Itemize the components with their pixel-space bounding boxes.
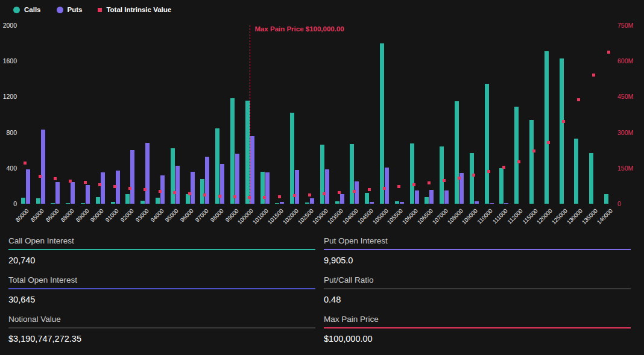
calls-bar-90000[interactable] [96, 197, 100, 204]
tiv-marker-104500[interactable] [368, 188, 371, 191]
strike-group-104000[interactable] [347, 25, 362, 204]
strike-group-80000[interactable] [18, 25, 33, 204]
puts-bar-107000[interactable] [444, 190, 449, 204]
calls-bar-88000[interactable] [66, 203, 70, 204]
calls-bar-91000[interactable] [111, 202, 115, 204]
strike-group-115000[interactable] [526, 25, 541, 204]
calls-bar-100000[interactable] [245, 101, 250, 204]
puts-bar-92000[interactable] [130, 150, 134, 204]
puts-bar-85000[interactable] [41, 130, 45, 204]
strike-group-106500[interactable] [422, 25, 437, 204]
tiv-marker-110000[interactable] [487, 170, 490, 173]
strike-group-106000[interactable] [407, 25, 422, 204]
calls-bar-94000[interactable] [156, 198, 160, 204]
tiv-marker-120000[interactable] [547, 141, 550, 144]
calls-bar-101000[interactable] [260, 172, 265, 204]
puts-bar-102000[interactable] [295, 170, 299, 204]
calls-bar-106500[interactable] [425, 197, 429, 204]
strike-group-97000[interactable] [198, 25, 213, 204]
tiv-marker-104000[interactable] [353, 190, 356, 193]
strike-group-105000[interactable] [377, 25, 392, 204]
calls-bar-96000[interactable] [186, 194, 190, 204]
calls-bar-105500[interactable] [395, 201, 399, 204]
strike-group-112000[interactable] [511, 25, 526, 204]
puts-bar-106000[interactable] [415, 190, 419, 204]
puts-bar-104500[interactable] [370, 202, 374, 204]
calls-bar-107000[interactable] [440, 146, 444, 204]
tiv-marker-105000[interactable] [383, 187, 386, 190]
calls-bar-106000[interactable] [410, 143, 414, 204]
calls-bar-120000[interactable] [545, 51, 549, 204]
puts-bar-103000[interactable] [325, 169, 329, 204]
puts-bar-105500[interactable] [400, 202, 404, 204]
puts-bar-80000[interactable] [26, 169, 30, 204]
strike-group-109000[interactable] [467, 25, 482, 204]
tiv-marker-135000[interactable] [592, 74, 595, 77]
legend-item-calls[interactable]: Calls [13, 6, 41, 13]
tiv-marker-99000[interactable] [233, 195, 236, 198]
tiv-marker-100000[interactable] [248, 196, 251, 199]
strike-group-104500[interactable] [362, 25, 377, 204]
calls-bar-130000[interactable] [574, 139, 578, 204]
calls-bar-103500[interactable] [335, 201, 339, 204]
tiv-marker-101000[interactable] [263, 196, 266, 199]
strike-group-88000[interactable] [63, 25, 78, 204]
strike-group-89000[interactable] [78, 25, 93, 204]
tiv-marker-102500[interactable] [308, 193, 311, 196]
tiv-marker-88000[interactable] [69, 180, 72, 183]
puts-bar-97000[interactable] [205, 157, 209, 204]
calls-bar-99000[interactable] [230, 98, 235, 204]
calls-bar-86000[interactable] [51, 203, 55, 204]
strike-group-94000[interactable] [153, 25, 168, 204]
puts-bar-89000[interactable] [86, 185, 90, 204]
puts-bar-96000[interactable] [191, 172, 195, 204]
tiv-marker-112000[interactable] [517, 160, 520, 163]
tiv-marker-98000[interactable] [218, 195, 221, 198]
strike-group-111000[interactable] [497, 25, 512, 204]
calls-bar-102000[interactable] [290, 113, 294, 204]
puts-bar-100000[interactable] [250, 136, 254, 204]
calls-bar-108000[interactable] [455, 101, 459, 204]
strike-group-103500[interactable] [332, 25, 347, 204]
strike-group-107000[interactable] [437, 25, 452, 204]
puts-bar-88000[interactable] [71, 182, 75, 204]
tiv-marker-101500[interactable] [278, 195, 281, 198]
legend-item-puts[interactable]: Puts [57, 6, 83, 13]
legend-item-total-intrinsic-value[interactable]: Total Intrinsic Value [98, 6, 171, 13]
tiv-marker-102000[interactable] [293, 194, 296, 197]
strike-group-95000[interactable] [168, 25, 183, 204]
tiv-marker-92000[interactable] [128, 187, 131, 190]
tiv-marker-106000[interactable] [412, 183, 415, 186]
tiv-marker-130000[interactable] [577, 98, 580, 101]
strike-group-99000[interactable] [227, 25, 242, 204]
strike-group-101000[interactable] [257, 25, 273, 204]
puts-bar-101000[interactable] [265, 172, 270, 204]
strike-group-102500[interactable] [302, 25, 317, 204]
puts-bar-101500[interactable] [280, 202, 284, 204]
strike-group-92000[interactable] [123, 25, 138, 204]
tiv-marker-103000[interactable] [323, 192, 326, 195]
calls-bar-104000[interactable] [350, 144, 354, 204]
calls-bar-95000[interactable] [171, 148, 175, 204]
tiv-marker-140000[interactable] [607, 51, 610, 54]
strike-group-101500[interactable] [273, 25, 288, 204]
calls-bar-111000[interactable] [499, 168, 504, 204]
calls-bar-112000[interactable] [514, 107, 519, 204]
calls-bar-125000[interactable] [560, 58, 564, 204]
strike-group-90000[interactable] [93, 25, 108, 204]
calls-bar-101500[interactable] [275, 203, 279, 204]
puts-bar-90000[interactable] [101, 172, 105, 204]
strike-group-98000[interactable] [212, 25, 227, 204]
calls-bar-80000[interactable] [21, 198, 25, 204]
tiv-marker-125000[interactable] [562, 120, 565, 123]
strike-group-102000[interactable] [287, 25, 302, 204]
tiv-marker-85000[interactable] [39, 175, 42, 178]
puts-bar-95000[interactable] [175, 166, 180, 204]
puts-bar-105000[interactable] [385, 168, 389, 204]
tiv-marker-94000[interactable] [159, 190, 162, 193]
tiv-marker-90000[interactable] [98, 183, 101, 186]
calls-bar-105000[interactable] [380, 43, 384, 204]
calls-bar-140000[interactable] [604, 194, 608, 204]
puts-bar-106500[interactable] [429, 190, 434, 204]
tiv-marker-97000[interactable] [203, 193, 206, 196]
